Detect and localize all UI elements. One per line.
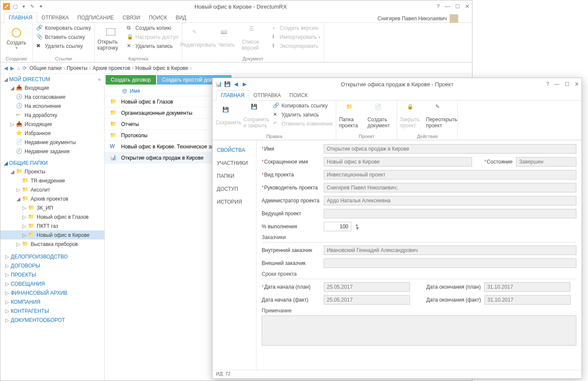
delete-record-button[interactable]: ✕Удалить запись (126, 42, 179, 50)
dlg-save-button[interactable]: 💾Сохранить (215, 101, 242, 131)
dlg-help-icon[interactable]: ? (546, 81, 549, 87)
copy-link-button[interactable]: 🔗Копировать ссылку (35, 24, 92, 32)
manager-field[interactable] (324, 183, 576, 192)
side-participants[interactable]: УЧАСТНИКИ (213, 157, 256, 170)
open-card-button[interactable]: Открыть карточку (97, 24, 124, 53)
nav-rework[interactable]: ↩На доработку (0, 110, 104, 120)
back-icon[interactable]: ◀ (4, 65, 8, 71)
minimize-button[interactable]: — (445, 3, 450, 9)
nav-cat-5[interactable]: ▷КОМПАНИЯ (0, 297, 104, 306)
qat-btn-2[interactable]: ▾ (20, 3, 27, 10)
versions-button[interactable]: ☰Список версий (242, 24, 269, 53)
tab-search[interactable]: ПОИСК (144, 13, 171, 22)
nav-recenttasks[interactable]: 🕘Недавние задания (0, 147, 104, 156)
tab-view[interactable]: ВИД (171, 13, 191, 22)
nav-cat-3[interactable]: ▷СОВЕЩАНИЯ (0, 279, 104, 288)
nav-execution[interactable]: 🕓На исполнение (0, 101, 104, 110)
nav-tr[interactable]: 📁TR-внедрение (0, 176, 104, 185)
nav-zkip[interactable]: ▷📁ЗК_ИП (0, 203, 104, 212)
create-copy-button[interactable]: ⧉Создать копию (126, 24, 179, 32)
qat-edit-icon[interactable]: ✎ (29, 3, 36, 10)
nav-favorites[interactable]: ⭐Избранное (0, 129, 104, 138)
dlg-undo-button[interactable]: ↶Отменить изменения (272, 120, 333, 128)
dlg-forward-icon[interactable]: ▶ (241, 81, 248, 88)
maximize-button[interactable]: ☐ (455, 3, 460, 9)
startfact-field[interactable] (324, 295, 410, 305)
dlg-reopen-button[interactable]: ✎Переоткрыть проект (428, 101, 455, 131)
nav-kirov[interactable]: ▷📁Новый офис в Кирове (0, 230, 104, 239)
nav-cat-0[interactable]: ▷ДЕЛОПРОИЗВОДСТВО (0, 252, 104, 261)
pct-field[interactable] (324, 222, 351, 231)
close-button[interactable]: ✕ (465, 3, 469, 9)
side-history[interactable]: ИСТОРИЯ (213, 195, 256, 208)
note-field[interactable] (262, 315, 576, 346)
paste-link-button[interactable]: 📎Вставить ссылку (35, 33, 92, 41)
nav-projects[interactable]: ◢📁Проекты (0, 167, 104, 176)
dlg-copylink-button[interactable]: 🔗Копировать ссылку (272, 101, 333, 110)
nav-pktt[interactable]: ▷📁ПКТТ газ (0, 221, 104, 230)
nav-cat-1[interactable]: ▷ДОГОВОРЫ (0, 261, 104, 270)
nav-cat-6[interactable]: ▷КОНТРАГЕНТЫ (0, 306, 104, 315)
dlg-tab-send[interactable]: ОТПРАВКА (249, 91, 285, 100)
nav-archive[interactable]: ◢📁Архив проектов (0, 194, 104, 203)
dlg-tab-search[interactable]: ПОИСК (285, 91, 312, 100)
create-version-button[interactable]: ＋Создать версию (270, 24, 321, 32)
dlg-minimize-button[interactable]: — (554, 81, 560, 87)
tab-main[interactable]: ГЛАВНАЯ (4, 13, 37, 23)
nav-approval[interactable]: 🕓На согласование (0, 92, 104, 101)
short-field[interactable] (324, 157, 472, 167)
nav-aksolit[interactable]: ▷📁Аксолит (0, 185, 104, 194)
nav-cat-4[interactable]: ▷ФИНАНСОВЫЙ АРХИВ (0, 288, 104, 297)
import-button[interactable]: ⬇Импортировать▾ (270, 33, 321, 41)
dlg-folder-button[interactable]: 📁Папка проекта (339, 101, 366, 131)
side-access[interactable]: ДОСТУП (213, 183, 256, 195)
dlg-delete-button[interactable]: ✕Удалить запись (272, 110, 333, 119)
delete-link-button[interactable]: ✖Удалить ссылку (35, 42, 92, 50)
dlg-createdoc-button[interactable]: 📄Создать документ (367, 101, 394, 131)
read-button[interactable]: 📖Читать (213, 24, 240, 53)
type-field[interactable] (324, 170, 576, 179)
nav-outbox[interactable]: ▷📤Исходящие (0, 120, 104, 129)
nav-glazov[interactable]: ▷📁Новый офис в Глазов (0, 212, 104, 221)
create-button[interactable]: Создать▾ (3, 24, 30, 53)
home-icon[interactable]: ⌂ (17, 65, 20, 71)
tab-send[interactable]: ОТПРАВКА (37, 13, 73, 22)
extcust-field[interactable] (324, 258, 576, 268)
crumb-0[interactable]: Общие папки (29, 65, 61, 71)
nav-cat-2[interactable]: ▷ПРОЕКТЫ (0, 270, 104, 279)
nav-mydirectum[interactable]: ◢ МОЙ DIRECTUM« (0, 76, 104, 83)
name-field[interactable] (324, 144, 576, 154)
endplan-field[interactable] (484, 282, 570, 292)
nav-exhibit[interactable]: ▷📁Выставка приборов (0, 239, 104, 249)
dlg-close-button[interactable]: ✕ (575, 81, 579, 87)
dlg-closeproj-button[interactable]: 🔒Закрыть проект (400, 101, 426, 131)
tab-sign[interactable]: ПОДПИСАНИЕ (73, 13, 119, 22)
qat-new-icon[interactable]: ✦ (38, 3, 44, 10)
forward-icon[interactable]: ▶ (10, 65, 14, 71)
dlg-tab-main[interactable]: ГЛАВНАЯ (216, 90, 249, 101)
lead-field[interactable] (324, 209, 576, 218)
edit-button[interactable]: ✎Редактировать (185, 24, 212, 53)
create-contract-button[interactable]: Создать договор (106, 75, 156, 85)
nav-recentdocs[interactable]: 📄Недавние документы (0, 138, 104, 147)
admin-field[interactable] (324, 196, 576, 205)
side-properties[interactable]: СВОЙСТВА (213, 144, 256, 157)
dlg-maximize-button[interactable]: ☐ (565, 81, 569, 87)
crumb-2[interactable]: Архив проектов (93, 65, 130, 71)
side-folders[interactable]: ПАПКИ (213, 170, 256, 183)
nav-cat-7[interactable]: ▷ДОКУМЕНТООБОРОТ (0, 315, 104, 324)
crumb-1[interactable]: Проекты (67, 65, 88, 71)
access-button[interactable]: 🔒Настроить доступ (126, 33, 179, 41)
intcust-field[interactable] (324, 246, 576, 255)
dlg-save-icon[interactable]: 💾 (224, 81, 231, 88)
crumb-3[interactable]: Новый офис в Кирове (135, 65, 188, 71)
nav-shared[interactable]: ◢ ОБЩИЕ ПАПКИ (0, 159, 104, 167)
dlg-back-icon[interactable]: ◀ (232, 81, 239, 88)
nav-inbox[interactable]: ◢📥Входящие (0, 83, 104, 92)
endfact-field[interactable] (485, 295, 571, 305)
refresh-icon[interactable]: ⟳ (22, 65, 27, 71)
user-info[interactable]: Снигирев Павел Николаевич (378, 14, 458, 23)
collapse-icon[interactable]: « (98, 76, 101, 82)
help-icon[interactable]: ? (437, 3, 440, 9)
export-button[interactable]: ⬆Экспортировать (270, 42, 321, 50)
